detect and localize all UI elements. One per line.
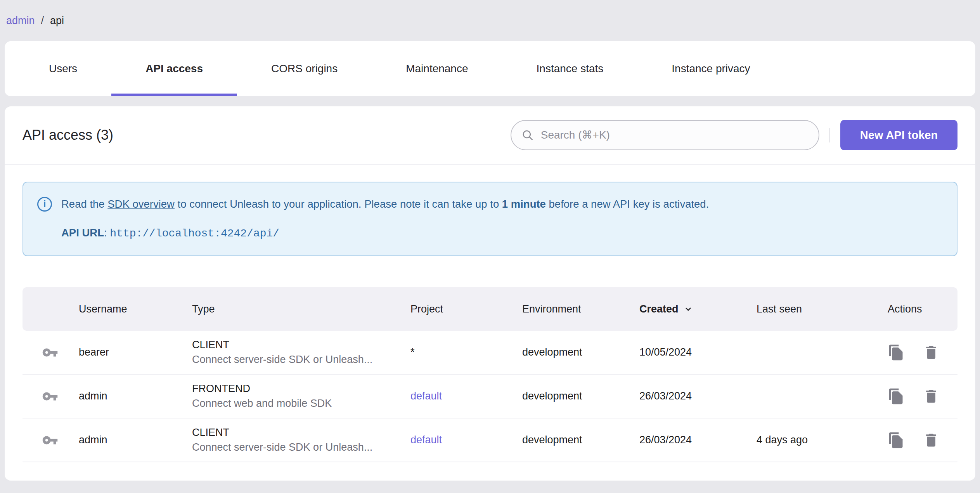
api-url-line: API URL: http://localhost:4242/api/ <box>37 225 943 241</box>
column-header-environment: Environment <box>522 303 639 315</box>
tab-label: API access <box>145 62 203 75</box>
page-title: API access (3) <box>23 127 113 143</box>
trash-icon <box>923 432 940 449</box>
copy-icon <box>888 432 905 449</box>
delete-token-button[interactable] <box>923 344 940 361</box>
column-header-username: Username <box>79 303 192 315</box>
cell-username: bearer <box>79 346 192 358</box>
tab-maintenance[interactable]: Maintenance <box>372 41 502 96</box>
cell-created: 26/03/2024 <box>639 390 757 402</box>
table-row: bearerCLIENTConnect server-side SDK or U… <box>23 331 957 375</box>
copy-icon <box>888 344 905 361</box>
chevron-down-icon <box>683 304 693 314</box>
table-header-row: Username Type Project Environment Create… <box>23 287 957 331</box>
breadcrumb: admin / api <box>0 0 980 41</box>
column-header-actions: Actions <box>888 303 957 315</box>
trash-icon <box>923 388 940 405</box>
project-value: * <box>410 346 522 358</box>
cell-type: CLIENTConnect server-side SDK or Unleash… <box>192 427 410 453</box>
info-text: Read the SDK overview to connect Unleash… <box>61 196 709 212</box>
panel-header: API access (3) New API token <box>5 106 975 165</box>
info-icon: i <box>37 197 52 212</box>
breadcrumb-separator: / <box>41 15 44 27</box>
tab-instance-privacy[interactable]: Instance privacy <box>637 41 784 96</box>
api-access-panel: API access (3) New API token i Read the … <box>5 106 975 481</box>
header-divider <box>829 128 830 142</box>
tab-label: Maintenance <box>406 62 468 75</box>
cell-actions <box>888 388 957 405</box>
breadcrumb-admin-link[interactable]: admin <box>6 15 35 27</box>
token-key-cell <box>23 388 79 404</box>
cell-last-seen: 4 days ago <box>757 434 888 446</box>
tab-label: CORS origins <box>271 62 338 75</box>
tab-instance-stats[interactable]: Instance stats <box>502 41 638 96</box>
sdk-overview-link[interactable]: SDK overview <box>107 198 175 210</box>
token-type: CLIENT <box>192 339 399 351</box>
key-icon <box>42 388 58 404</box>
token-type-description: Connect server-side SDK or Unleash... <box>192 441 399 453</box>
cell-username: admin <box>79 434 192 446</box>
table-row: adminCLIENTConnect server-side SDK or Un… <box>23 418 957 462</box>
token-type: FRONTEND <box>192 383 399 395</box>
info-alert: i Read the SDK overview to connect Unlea… <box>23 182 957 256</box>
copy-icon <box>888 388 905 405</box>
token-type: CLIENT <box>192 427 399 439</box>
tab-label: Instance privacy <box>672 62 750 75</box>
settings-tabs: UsersAPI accessCORS originsMaintenanceIn… <box>5 41 975 96</box>
tab-label: Instance stats <box>537 62 604 75</box>
cell-environment: development <box>522 390 639 402</box>
cell-created: 26/03/2024 <box>639 434 757 446</box>
token-key-cell <box>23 344 79 361</box>
breadcrumb-current: api <box>50 15 64 27</box>
delete-token-button[interactable] <box>923 432 940 449</box>
key-icon <box>42 432 58 448</box>
cell-environment: development <box>522 346 639 358</box>
cell-username: admin <box>79 390 192 402</box>
tab-label: Users <box>49 62 77 75</box>
cell-type: FRONTENDConnect web and mobile SDK <box>192 383 410 410</box>
key-icon <box>42 344 58 361</box>
api-url-value: http://localhost:4242/api/ <box>110 227 279 240</box>
cell-environment: development <box>522 434 639 446</box>
cell-type: CLIENTConnect server-side SDK or Unleash… <box>192 339 410 366</box>
column-header-project: Project <box>410 303 522 315</box>
column-header-type: Type <box>192 303 410 315</box>
token-key-cell <box>23 432 79 448</box>
search-icon <box>521 128 534 142</box>
delete-token-button[interactable] <box>923 388 940 405</box>
copy-token-button[interactable] <box>888 344 905 361</box>
project-link[interactable]: default <box>410 434 522 446</box>
cell-actions <box>888 432 957 449</box>
copy-token-button[interactable] <box>888 432 905 449</box>
trash-icon <box>923 344 940 361</box>
cell-actions <box>888 344 957 361</box>
api-tokens-table: Username Type Project Environment Create… <box>23 287 957 462</box>
tab-api-access[interactable]: API access <box>111 41 237 96</box>
project-link[interactable]: default <box>410 390 522 402</box>
token-type-description: Connect web and mobile SDK <box>192 398 399 410</box>
cell-created: 10/05/2024 <box>639 346 757 358</box>
table-row: adminFRONTENDConnect web and mobile SDKd… <box>23 375 957 418</box>
token-type-description: Connect server-side SDK or Unleash... <box>192 354 399 366</box>
tab-cors-origins[interactable]: CORS origins <box>237 41 372 96</box>
column-header-created[interactable]: Created <box>639 303 757 315</box>
search-input[interactable] <box>541 129 809 141</box>
tab-users[interactable]: Users <box>15 41 111 96</box>
copy-token-button[interactable] <box>888 388 905 405</box>
api-url-label: API URL <box>61 227 104 239</box>
column-header-last-seen: Last seen <box>757 303 888 315</box>
search-box[interactable] <box>511 120 819 150</box>
new-api-token-button[interactable]: New API token <box>840 120 957 150</box>
